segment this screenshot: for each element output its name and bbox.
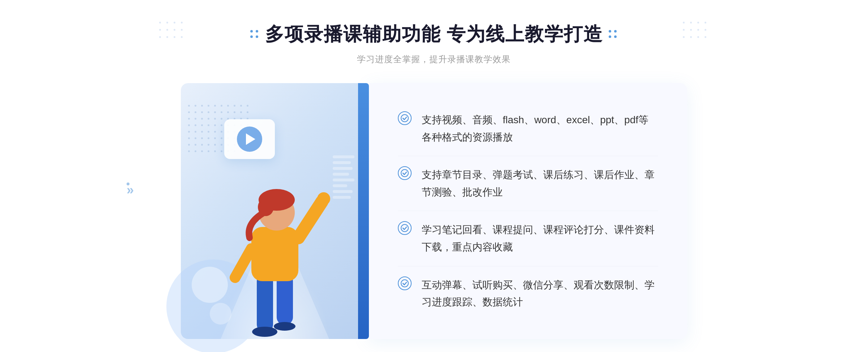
illustration-container [181,83,369,339]
svg-point-12 [401,169,408,177]
dots-decoration-top-right [683,22,709,40]
feature-item-1: 支持视频、音频、flash、word、excel、ppt、pdf等各种格式的资源… [398,101,658,156]
main-title: 多项录播课辅助功能 专为线上教学打造 [250,22,618,47]
svg-line-6 [235,249,251,278]
subtitle-text: 学习进度全掌握，提升录播课教学效果 [250,53,618,65]
features-panel: 支持视频、音频、flash、word、excel、ppt、pdf等各种格式的资源… [369,83,687,339]
svg-point-7 [317,192,330,205]
dots-decoration-top-left [159,22,185,40]
feature-text-3: 学习笔记回看、课程提问、课程评论打分、课件资料下载，重点内容收藏 [422,221,658,256]
content-area: 支持视频、音频、flash、word、excel、ppt、pdf等各种格式的资源… [181,83,687,339]
page-wrapper: 多项录播课辅助功能 专为线上教学打造 学习进度全掌握，提升录播课教学效果 » [0,0,868,352]
play-icon [246,133,255,145]
svg-line-5 [298,202,322,238]
check-icon-1 [398,111,412,125]
feature-text-2: 支持章节目录、弹题考试、课后练习、课后作业、章节测验、批改作业 [422,166,658,201]
person-illustration [217,166,333,339]
feature-item-4: 互动弹幕、试听购买、微信分享、观看次数限制、学习进度跟踪、数据统计 [398,266,658,321]
page-chevron-left: » [127,183,138,185]
check-icon-3 [398,221,412,235]
svg-point-14 [401,280,408,287]
title-text: 多项录播课辅助功能 专为线上教学打造 [265,22,603,47]
play-circle [237,126,262,152]
svg-point-11 [401,115,408,122]
feature-item-2: 支持章节目录、弹题考试、课后练习、课后作业、章节测验、批改作业 [398,156,658,211]
title-deco-right [609,30,618,39]
header-section: 多项录播课辅助功能 专为线上教学打造 学习进度全掌握，提升录播课教学效果 [250,22,618,65]
check-icon-4 [398,276,412,290]
check-icon-2 [398,166,412,180]
feature-text-1: 支持视频、音频、flash、word、excel、ppt、pdf等各种格式的资源… [422,111,658,146]
svg-point-3 [274,322,295,331]
svg-point-13 [401,224,408,232]
svg-point-2 [252,327,277,337]
title-deco-left [250,30,259,39]
svg-rect-4 [251,227,298,281]
blue-side-bar [358,83,369,339]
video-play-bubble [224,119,275,159]
feature-item-3: 学习笔记回看、课程提问、课程评论打分、课件资料下载，重点内容收藏 [398,211,658,266]
svg-rect-1 [277,274,293,325]
stripes-decoration [333,155,354,199]
svg-rect-0 [257,274,273,332]
feature-text-4: 互动弹幕、试听购买、微信分享、观看次数限制、学习进度跟踪、数据统计 [422,276,658,311]
